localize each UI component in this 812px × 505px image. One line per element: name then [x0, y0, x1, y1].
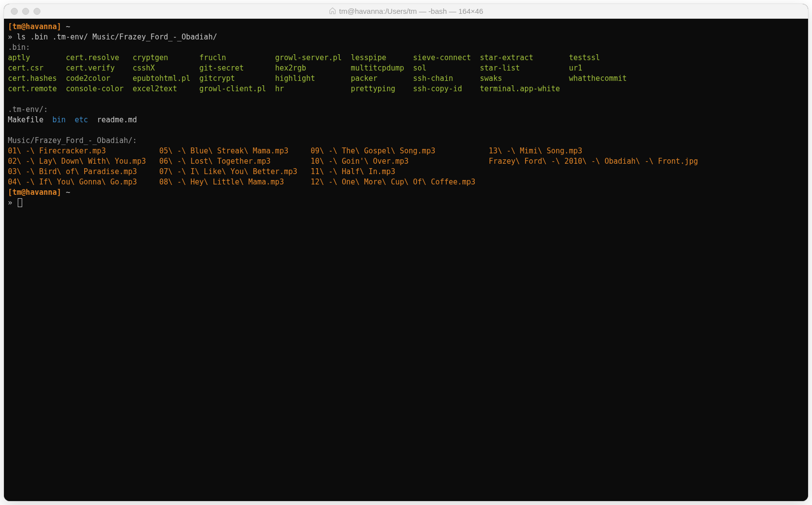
section-header-music: Music/Frazey_Ford_-_Obadiah/:: [8, 136, 137, 145]
titlebar[interactable]: tm@havanna:/Users/tm — -bash — 164×46: [4, 4, 808, 19]
bin-file: prettyping: [351, 84, 413, 93]
section-header-bin: .bin:: [8, 43, 30, 52]
bin-file: git-secret: [199, 64, 275, 72]
music-file: 02\ -\ Lay\ Down\ With\ You.mp3: [8, 157, 159, 166]
music-file: 13\ -\ Mimi\ Song.mp3: [489, 146, 702, 155]
close-button[interactable]: [11, 8, 18, 15]
prompt-arrow: »: [8, 198, 17, 207]
music-file: 11\ -\ Half\ In.mp3: [311, 167, 489, 176]
prompt-cwd: ~: [61, 22, 70, 31]
bin-file: terminal.app-white: [480, 84, 569, 93]
bin-file: cert.hashes: [8, 74, 66, 83]
music-file: 01\ -\ Firecracker.mp3: [8, 146, 159, 155]
bin-file: star-extract: [480, 53, 569, 62]
cursor: [18, 198, 22, 207]
bin-file: whatthecommit: [569, 74, 631, 83]
prompt-cwd: ~: [61, 188, 70, 197]
bin-file: epubtohtml.pl: [133, 74, 199, 83]
title-text: tm@havanna:/Users/tm — -bash — 164×46: [339, 7, 483, 15]
bin-file: hr: [275, 84, 351, 93]
bin-file: cert.verify: [66, 64, 132, 72]
zoom-button[interactable]: [34, 8, 40, 15]
music-file: Frazey\ Ford\ -\ 2010\ -\ Obadiah\ -\ Fr…: [489, 157, 702, 166]
bin-file: cert.resolve: [66, 53, 132, 62]
bin-file: growl-client.pl: [199, 84, 275, 93]
window-controls: [4, 8, 40, 15]
minimize-button[interactable]: [22, 8, 29, 15]
bin-file: ssh-chain: [413, 74, 480, 83]
bin-file: growl-server.pl: [275, 53, 351, 62]
command-text: ls .bin .tm-env/ Music/Frazey_Ford_-_Oba…: [17, 33, 217, 41]
bin-file: gitcrypt: [199, 74, 275, 83]
bin-file: packer: [351, 74, 413, 83]
prompt-user-host: [tm@havanna]: [8, 22, 61, 31]
bin-file: code2color: [66, 74, 132, 83]
prompt-user-host: [tm@havanna]: [8, 188, 61, 197]
bin-file: frucln: [199, 53, 275, 62]
bin-file: aptly: [8, 53, 66, 62]
music-file: 10\ -\ Goin'\ Over.mp3: [311, 157, 489, 166]
bin-file: swaks: [480, 74, 569, 83]
home-icon: [329, 7, 336, 16]
bin-file: cryptgen: [133, 53, 199, 62]
bin-file: cert.csr: [8, 64, 66, 72]
bin-file: testssl: [569, 53, 631, 62]
bin-file: ssh-copy-id: [413, 84, 480, 93]
section-header-tmenv: .tm-env/:: [8, 105, 48, 114]
bin-file: highlight: [275, 74, 351, 83]
music-file: 09\ -\ The\ Gospel\ Song.mp3: [311, 146, 489, 155]
music-file: 04\ -\ If\ You\ Gonna\ Go.mp3: [8, 178, 159, 186]
bin-file: csshX: [133, 64, 199, 72]
music-file: 07\ -\ I\ Like\ You\ Better.mp3: [159, 167, 311, 176]
music-file: 12\ -\ One\ More\ Cup\ Of\ Coffee.mp3: [311, 178, 489, 186]
bin-file: sieve-connect: [413, 53, 480, 62]
tmenv-item: readme.md: [97, 115, 137, 124]
bin-file: lesspipe: [351, 53, 413, 62]
bin-file: sol: [413, 64, 480, 72]
tmenv-item: bin: [52, 115, 66, 124]
tmenv-item: etc: [74, 115, 88, 124]
music-file: 08\ -\ Hey\ Little\ Mama.mp3: [159, 178, 311, 186]
bin-file: ur1: [569, 64, 631, 72]
bin-file: excel2text: [133, 84, 199, 93]
tmenv-item: Makefile: [8, 115, 43, 124]
bin-file: star-list: [480, 64, 569, 72]
music-file: 03\ -\ Bird\ of\ Paradise.mp3: [8, 167, 159, 176]
music-file: 05\ -\ Blue\ Streak\ Mama.mp3: [159, 146, 311, 155]
bin-file: hex2rgb: [275, 64, 351, 72]
terminal-window: tm@havanna:/Users/tm — -bash — 164×46 [t…: [4, 4, 808, 501]
bin-file: console-color: [66, 84, 132, 93]
bin-file: multitcpdump: [351, 64, 413, 72]
prompt-arrow: »: [8, 33, 17, 41]
music-file: 06\ -\ Lost\ Together.mp3: [159, 157, 311, 166]
terminal-body[interactable]: [tm@havanna] ~» ls .bin .tm-env/ Music/F…: [4, 19, 808, 501]
bin-file: cert.remote: [8, 84, 66, 93]
window-title: tm@havanna:/Users/tm — -bash — 164×46: [4, 7, 808, 16]
